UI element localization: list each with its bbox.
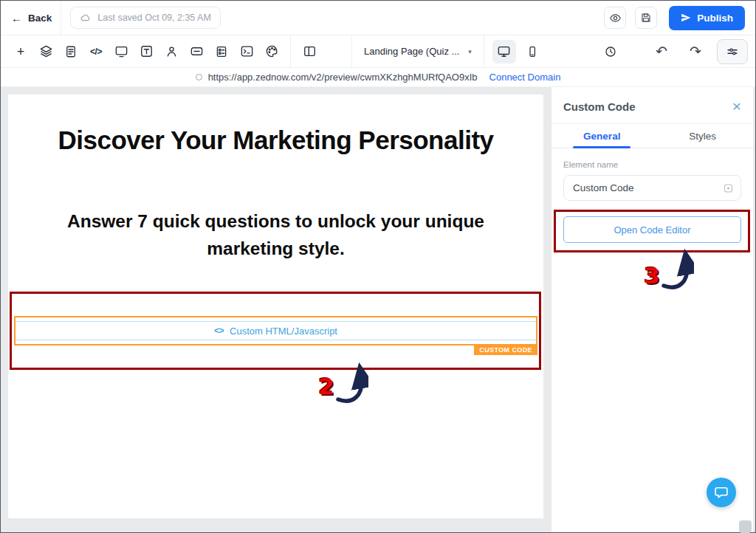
annotation-number-3: 3	[644, 264, 660, 287]
screen-icon	[114, 44, 128, 58]
settings-button[interactable]	[717, 39, 748, 64]
panel-header: Custom Code ×	[551, 87, 753, 124]
eye-icon	[609, 12, 622, 24]
undo-button[interactable]: ↶	[650, 40, 673, 63]
card-icon	[190, 44, 204, 58]
tab-general[interactable]: General	[551, 124, 653, 148]
undo-icon: ↶	[656, 44, 667, 58]
annotation-box-step2	[10, 292, 541, 370]
divider	[61, 1, 61, 35]
panel-title: Custom Code	[563, 100, 636, 113]
layers-icon	[39, 44, 53, 58]
toolbar-right-group: ↶ ↷	[598, 39, 748, 64]
sliders-icon	[726, 45, 739, 58]
page-selector-label: Landing Page (Quiz ...	[364, 46, 459, 57]
save-icon	[640, 12, 652, 24]
back-arrow-icon: ←	[11, 12, 22, 24]
preview-url: https://app.zednow.com/v2/preview/cwmXKz…	[196, 72, 478, 83]
element-name-label: Element name	[563, 160, 741, 169]
form-tool-button[interactable]	[210, 40, 233, 63]
add-element-button[interactable]: +	[9, 40, 32, 63]
close-icon[interactable]: ×	[732, 100, 741, 113]
element-name-input[interactable]	[563, 175, 741, 201]
profile-tool-button[interactable]	[159, 40, 183, 63]
connect-domain-link[interactable]: Connect Domain	[489, 72, 561, 83]
app-window: ← Back Last saved Oct 09, 2:35 AM Publis…	[0, 0, 756, 533]
preview-button[interactable]	[604, 7, 626, 29]
chat-icon	[714, 485, 729, 500]
redo-button[interactable]: ↷	[684, 40, 707, 63]
survey-icon	[215, 45, 228, 58]
page-selector-dropdown[interactable]: Landing Page (Quiz ... ▾	[351, 35, 484, 68]
back-button[interactable]: ← Back	[11, 12, 52, 24]
chevron-down-icon: ▾	[468, 48, 472, 55]
chat-widget-button[interactable]	[707, 478, 736, 507]
last-saved-status: Last saved Oct 09, 2:35 AM	[70, 7, 221, 29]
annotation-arrow-3	[660, 249, 694, 292]
panel-tabs: General Styles	[551, 124, 753, 148]
terminal-icon	[240, 44, 254, 58]
palette-icon	[265, 44, 279, 58]
status-circle-icon	[196, 74, 202, 80]
save-button[interactable]	[635, 7, 657, 29]
annotation-arrow-2	[334, 362, 368, 405]
tab-styles-label: Styles	[689, 131, 716, 142]
columns-icon	[303, 44, 317, 58]
variable-icon[interactable]	[723, 182, 734, 193]
text-icon	[140, 44, 154, 58]
canvas-subheading[interactable]: Answer 7 quick questions to unlock your …	[36, 208, 516, 263]
annotation-number-2: 2	[318, 375, 334, 398]
tab-general-label: General	[583, 131, 620, 142]
annotation-box-step3	[554, 210, 750, 252]
layout-columns-button[interactable]	[298, 40, 321, 63]
document-icon	[64, 45, 78, 58]
redo-icon: ↷	[690, 44, 701, 58]
phone-icon	[526, 45, 539, 58]
code-icon: </>	[90, 47, 102, 57]
publish-button[interactable]: Publish	[669, 6, 745, 30]
button-tool-button[interactable]	[185, 40, 208, 63]
code-tool-button[interactable]: </>	[84, 40, 108, 63]
canvas-heading[interactable]: Discover Your Marketing Personality	[8, 125, 543, 155]
clock-icon	[604, 45, 617, 58]
corner-widget	[739, 520, 752, 533]
settings-panel: Custom Code × General Styles Element nam…	[551, 87, 753, 532]
monitor-icon	[497, 44, 511, 58]
mobile-view-button[interactable]	[520, 40, 544, 63]
device-toggle-group	[492, 40, 545, 63]
publish-label: Publish	[697, 13, 733, 24]
preview-url-bar: https://app.zednow.com/v2/preview/cwmXKz…	[1, 68, 755, 87]
tab-styles[interactable]: Styles	[653, 124, 754, 148]
preview-url-text: https://app.zednow.com/v2/preview/cwmXKz…	[208, 72, 478, 83]
divider	[290, 35, 291, 68]
send-icon	[681, 13, 691, 23]
desktop-view-button[interactable]	[492, 40, 516, 63]
embed-tool-button[interactable]	[235, 40, 258, 63]
layers-button[interactable]	[34, 40, 58, 63]
top-bar: ← Back Last saved Oct 09, 2:35 AM Publis…	[1, 1, 755, 35]
element-name-field	[563, 175, 741, 201]
pages-button[interactable]	[59, 40, 83, 63]
text-tool-button[interactable]	[134, 40, 158, 63]
sections-button[interactable]	[109, 40, 133, 63]
user-icon	[165, 44, 179, 58]
theme-tool-button[interactable]	[260, 40, 284, 63]
builder-toolbar: + </> Land	[1, 35, 755, 68]
back-label: Back	[28, 13, 52, 24]
history-button[interactable]	[599, 40, 622, 63]
plus-icon: +	[17, 45, 25, 58]
last-saved-text: Last saved Oct 09, 2:35 AM	[97, 13, 211, 23]
cloud-icon	[80, 12, 92, 24]
